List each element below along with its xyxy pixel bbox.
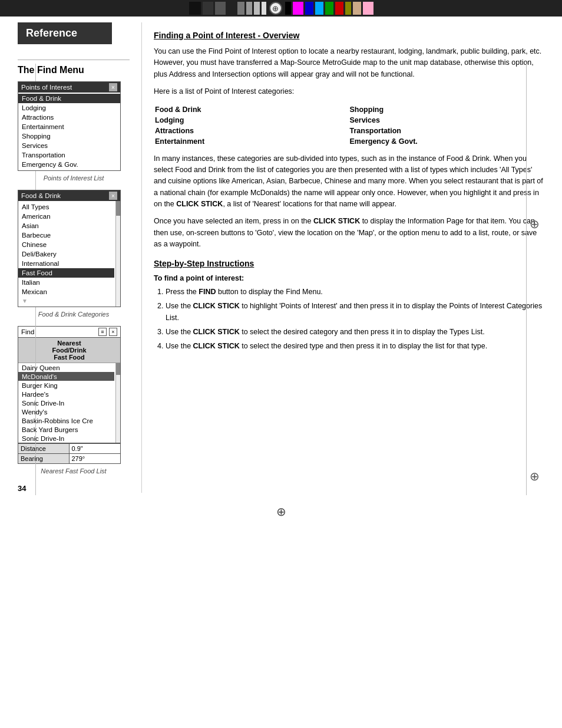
poi-window-title-text: Points of Interest xyxy=(21,84,72,91)
step-intro-text: To find a point of interest: xyxy=(154,274,544,282)
page-number: 34 xyxy=(18,484,130,493)
right-compass-icon-2: ⊕ xyxy=(530,469,540,483)
poi-cat-entertainment: Entertainment xyxy=(155,137,349,146)
right-column: Finding a Point of Interest - Overview Y… xyxy=(141,22,544,493)
section2-heading: Step-by-Step Instructions xyxy=(154,259,544,268)
food-item-barbecue[interactable]: Barbecue xyxy=(18,230,114,240)
find-window-header: NearestFood/DrinkFast Food xyxy=(18,338,120,363)
step-1: Press the FIND button to display the Fin… xyxy=(166,286,544,298)
find-item-baskin[interactable]: Baskin-Robbins Ice Cre xyxy=(18,416,114,425)
find-footer-bearing-label: Bearing xyxy=(18,453,70,463)
poi-item-entertainment[interactable]: Entertainment xyxy=(18,122,120,131)
poi-item-food-drink[interactable]: Food & Drink xyxy=(18,94,120,103)
step-2: Use the CLICK STICK to highlight 'Points… xyxy=(166,300,544,324)
find-window-caption: Nearest Fast Food List xyxy=(18,467,130,475)
poi-cat-food: Food & Drink xyxy=(155,105,349,114)
poi-cat-lodging: Lodging xyxy=(155,116,349,125)
find-menu-button[interactable]: ≡ xyxy=(98,328,107,336)
food-item-mexican[interactable]: Mexican xyxy=(18,287,114,297)
body-para1: You can use the Find Point of Interest o… xyxy=(154,46,544,80)
food-drink-body: All Types American Asian Barbecue Chines… xyxy=(18,201,120,307)
step-4: Use the CLICK STICK to select the desire… xyxy=(166,340,544,352)
poi-cat-services: Services xyxy=(350,116,544,125)
poi-item-transportation[interactable]: Transportation xyxy=(18,150,120,160)
poi-categories-table: Food & Drink Shopping Lodging Services A… xyxy=(154,104,544,147)
food-item-all-types[interactable]: All Types xyxy=(18,202,114,212)
body-para3: Once you have selected an item, press in… xyxy=(154,216,544,250)
food-drink-title-text: Food & Drink xyxy=(21,192,61,199)
find-footer-bearing-value: 279° xyxy=(70,453,121,463)
find-item-wendys[interactable]: Wendy's xyxy=(18,407,114,416)
poi-item-attractions[interactable]: Attractions xyxy=(18,113,120,122)
poi-item-emergency[interactable]: Emergency & Gov. xyxy=(18,160,120,169)
food-item-italian[interactable]: Italian xyxy=(18,278,114,287)
find-item-burger-king[interactable]: Burger King xyxy=(18,381,114,390)
bottom-compass: ⊕ xyxy=(0,499,562,531)
food-item-american[interactable]: American xyxy=(18,212,114,221)
find-item-mcdonalds[interactable]: McDonald's xyxy=(18,372,114,381)
food-item-chinese[interactable]: Chinese xyxy=(18,240,114,249)
find-item-dairy-queen[interactable]: Dairy Queen xyxy=(18,363,114,372)
top-color-bar: ⊕ xyxy=(0,0,562,17)
find-close-button[interactable]: × xyxy=(109,328,117,336)
poi-item-shopping[interactable]: Shopping xyxy=(18,131,120,141)
poi-cat-transportation: Transportation xyxy=(350,126,544,136)
right-compass-icon: ⊕ xyxy=(530,217,540,231)
find-item-sonic2[interactable]: Sonic Drive-In xyxy=(18,434,114,443)
find-window-title-text: Find xyxy=(21,328,34,335)
food-item-international[interactable]: International xyxy=(18,259,114,268)
food-item-deli[interactable]: Deli/Bakery xyxy=(18,249,114,259)
poi-cat-emergency: Emergency & Govt. xyxy=(350,137,544,146)
poi-cat-shopping: Shopping xyxy=(350,105,544,114)
reference-label: Reference xyxy=(18,22,112,44)
food-item-fast-food[interactable]: Fast Food xyxy=(18,268,114,278)
find-window: Find ≡ × NearestFood/DrinkFast Food Dair… xyxy=(18,326,121,464)
find-footer-distance-value: 0.9" xyxy=(70,443,121,453)
section1-heading: Finding a Point of Interest - Overview xyxy=(154,31,544,40)
left-section-title: The Find Menu xyxy=(18,65,130,75)
find-item-back-yard[interactable]: Back Yard Burgers xyxy=(18,425,114,434)
poi-item-services[interactable]: Services xyxy=(18,141,120,150)
poi-intro-text: Here is a list of Point of Interest cate… xyxy=(154,86,544,97)
poi-cat-attractions: Attractions xyxy=(155,126,349,136)
steps-list: Press the FIND button to display the Fin… xyxy=(154,286,544,352)
step-3: Use the CLICK STICK to select the desire… xyxy=(166,326,544,338)
right-margin-rule xyxy=(526,64,527,495)
food-item-asian[interactable]: Asian xyxy=(18,221,114,230)
poi-window-body: Food & Drink Lodging Attractions Enterta… xyxy=(18,93,120,170)
divider xyxy=(18,60,130,60)
find-list-body: Dairy Queen McDonald's Burger King Harde… xyxy=(18,363,120,443)
food-drink-window: Food & Drink × All Types American Asian … xyxy=(18,190,121,307)
find-footer: Distance 0.9" Bearing 279° xyxy=(18,443,120,463)
find-item-sonic1[interactable]: Sonic Drive-In xyxy=(18,398,114,407)
food-drink-caption: Food & Drink Categories xyxy=(18,311,130,318)
find-item-hardees[interactable]: Hardee's xyxy=(18,390,114,398)
left-column: Reference The Find Menu Points of Intere… xyxy=(18,22,141,493)
poi-window-title: Points of Interest × xyxy=(18,82,120,93)
poi-item-lodging[interactable]: Lodging xyxy=(18,103,120,113)
food-drink-window-title: Food & Drink × xyxy=(18,190,120,201)
find-window-title: Find ≡ × xyxy=(18,327,120,338)
find-footer-distance-label: Distance xyxy=(18,443,70,453)
points-of-interest-window: Points of Interest × Food & Drink Lodgin… xyxy=(18,81,121,171)
poi-window-caption: Points of Interest List xyxy=(18,174,130,182)
poi-close-button[interactable]: × xyxy=(109,83,117,91)
food-drink-close-button[interactable]: × xyxy=(109,192,117,200)
body-para2: In many instances, these categories are … xyxy=(154,153,544,210)
